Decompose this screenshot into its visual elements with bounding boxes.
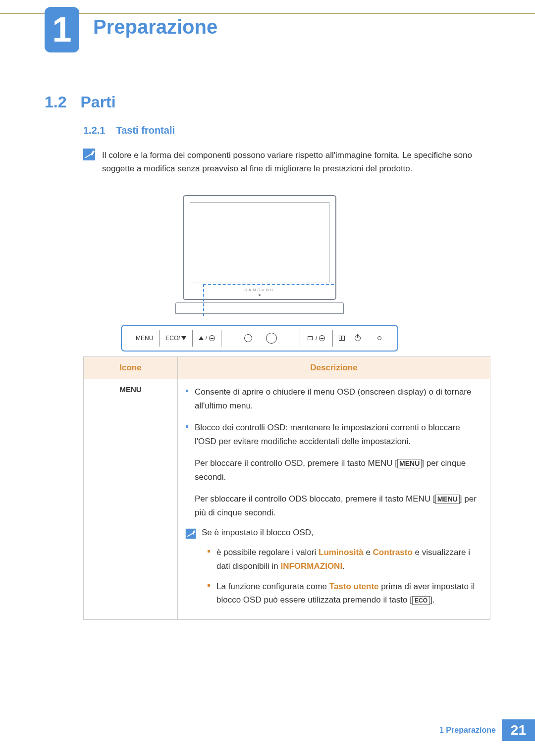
cell-icon: MENU xyxy=(84,379,178,620)
term-informazioni: INFORMAZIONI xyxy=(280,561,342,571)
menu-key-label: MENU xyxy=(397,459,422,468)
cell-desc: Consente di aprire o chiudere il menu OS… xyxy=(178,379,490,620)
button-bar: MENU ECO/ / / xyxy=(121,325,398,352)
subsection-title: Tasti frontali xyxy=(116,125,175,136)
bbar-up: / xyxy=(193,330,221,347)
bullet-open-close: Consente di aprire o chiudere il menu OS… xyxy=(185,385,483,413)
chapter-tab: 1 xyxy=(45,7,79,52)
bbar-menu: MENU xyxy=(130,330,160,347)
monitor-screen xyxy=(190,202,329,283)
description-table: Icone Descrizione MENU Consente di aprir… xyxy=(83,356,490,620)
th-icons: Icone xyxy=(84,357,178,379)
monitor-diagram: SAMSUNG MENU ECO/ / / xyxy=(121,195,398,352)
section-number: 1.2 xyxy=(45,93,66,111)
term-luminosita: Luminosità xyxy=(319,548,364,557)
para-unlock: Per sbloccare il controllo ODS bloccato,… xyxy=(185,492,483,520)
top-rule xyxy=(0,13,535,14)
th-desc: Descrizione xyxy=(178,357,490,379)
power-icon xyxy=(355,335,361,341)
subnote-intro: Se è impostato il blocco OSD, xyxy=(202,528,314,540)
bbar-circles xyxy=(221,330,300,347)
term-contrasto: Contrasto xyxy=(373,548,413,557)
section-heading: 1.2 Parti xyxy=(45,93,116,111)
bbar-power xyxy=(333,330,370,347)
menu-key-label-2: MENU xyxy=(435,495,460,504)
rect-icon xyxy=(308,336,313,340)
table-row: MENU Consente di aprire o chiudere il me… xyxy=(84,379,490,620)
pip-icon xyxy=(339,336,345,341)
bullet-lock: Blocco dei controlli OSD: mantenere le i… xyxy=(185,421,483,449)
bbar-source: / xyxy=(300,330,333,347)
adjust-icon xyxy=(209,335,215,341)
monitor-stand xyxy=(175,302,344,314)
note-icon-small xyxy=(186,529,196,539)
sublist-brightness: è possibile regolare i valori Luminosità… xyxy=(207,546,483,572)
page-footer: 1 Preparazione 21 xyxy=(439,719,535,741)
footer-chapter: 1 Preparazione xyxy=(439,726,496,735)
note-block: Il colore e la forma dei componenti poss… xyxy=(83,149,490,175)
led-circle-icon xyxy=(377,336,381,340)
bbar-eco: ECO/ xyxy=(160,330,192,347)
note-icon xyxy=(83,149,95,160)
bbar-led xyxy=(370,330,389,347)
up-triangle-icon xyxy=(199,336,204,340)
section-title: Parti xyxy=(80,93,115,111)
circle-icon xyxy=(244,334,252,342)
sub-note: Se è impostato il blocco OSD, xyxy=(185,528,483,540)
callout-line-h xyxy=(203,284,334,285)
menu-button-label: MENU xyxy=(119,385,141,394)
monitor-led xyxy=(259,294,261,296)
circle-big-icon xyxy=(266,333,277,344)
eco-label: ECO/ xyxy=(165,335,180,342)
sublist-userkey: La funzione configurata come Tasto utent… xyxy=(207,580,483,606)
enter-icon xyxy=(319,335,325,341)
chapter-title: Preparazione xyxy=(93,16,217,38)
monitor-brand: SAMSUNG xyxy=(184,288,335,292)
note-text: Il colore e la forma dei componenti poss… xyxy=(102,149,490,175)
callout-line-v xyxy=(203,284,204,316)
chapter-number: 1 xyxy=(53,12,72,47)
term-tasto-utente: Tasto utente xyxy=(329,582,379,591)
down-triangle-icon xyxy=(181,336,186,340)
subsection-heading: 1.2.1 Tasti frontali xyxy=(83,125,175,136)
para-lock: Per bloccare il controllo OSD, premere i… xyxy=(185,456,483,484)
eco-key-label: ECO xyxy=(412,596,430,605)
subsection-number: 1.2.1 xyxy=(83,125,105,136)
footer-page-number: 21 xyxy=(502,719,535,741)
